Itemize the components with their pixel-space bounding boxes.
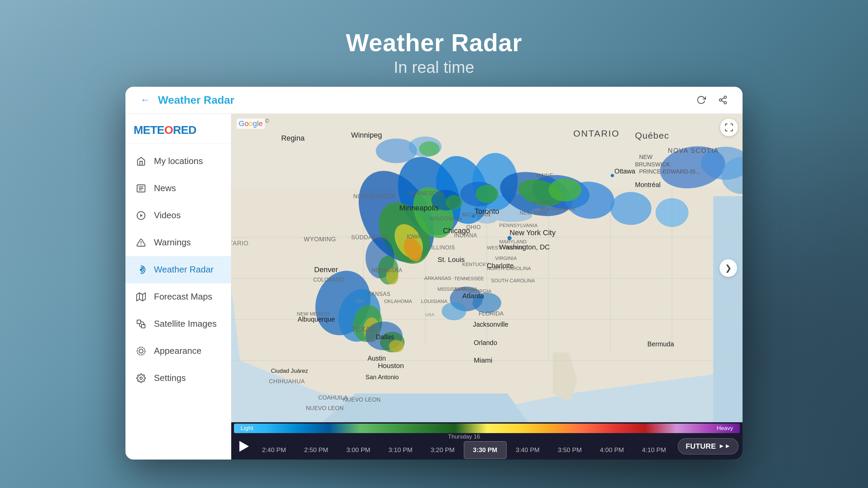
app-window: ← Weather Radar	[125, 87, 743, 460]
page-title: Weather Radar	[346, 29, 522, 57]
svg-text:FLORIDA: FLORIDA	[479, 310, 504, 317]
svg-text:MISSISSIPPI: MISSISSIPPI	[437, 286, 467, 291]
sidebar-item-my-locations[interactable]: My locations	[125, 148, 231, 175]
svg-text:NUEVO LEON: NUEVO LEON	[343, 396, 380, 403]
svg-text:MINNESOTA: MINNESOTA	[409, 190, 444, 197]
nav-list: My locations News	[125, 144, 231, 396]
map-area[interactable]: ONTARIO Québec NOVA SCOTIA NEW BRUNSWICK…	[231, 114, 743, 422]
future-label: FUTURE	[686, 442, 716, 451]
svg-text:Austin: Austin	[368, 354, 386, 362]
page-header: Weather Radar In real time	[346, 29, 522, 77]
time-slot[interactable]: 4:00 PM	[591, 441, 633, 459]
svg-point-55	[549, 178, 581, 201]
topbar-actions	[694, 93, 730, 107]
svg-text:ILLINOIS: ILLINOIS	[431, 245, 455, 250]
svg-text:NORDDAKOTA: NORDDAKOTA	[353, 193, 396, 199]
time-slot[interactable]: 3:50 PM	[549, 441, 591, 459]
svg-text:WISCONSIN: WISCONSIN	[429, 216, 462, 222]
svg-text:Ottawa: Ottawa	[614, 167, 635, 175]
svg-text:KANSAS: KANSAS	[368, 291, 391, 297]
play-icon	[239, 441, 249, 452]
svg-text:TEXAS: TEXAS	[351, 325, 376, 333]
future-button[interactable]: FUTURE ►►	[678, 438, 738, 454]
svg-text:SOUTH CAROLINA: SOUTH CAROLINA	[491, 278, 535, 283]
svg-text:USA: USA	[425, 312, 435, 317]
svg-line-4	[722, 98, 724, 100]
back-button[interactable]: ←	[138, 93, 153, 107]
share-button[interactable]	[715, 93, 730, 107]
time-slot[interactable]: 3:30 PM	[464, 441, 507, 459]
time-slot[interactable]: 2:40 PM	[253, 441, 295, 459]
sidebar-item-satellite-images[interactable]: Satellite Images	[125, 310, 231, 338]
svg-text:Atlanta: Atlanta	[462, 291, 484, 299]
sidebar-item-settings[interactable]: Settings	[125, 365, 231, 392]
settings-icon	[135, 372, 147, 384]
scale-heavy-label: Heavy	[717, 425, 733, 432]
svg-text:Bermuda: Bermuda	[647, 340, 674, 347]
play-button[interactable]	[235, 438, 253, 455]
time-slot[interactable]: 3:20 PM	[421, 441, 463, 459]
time-slot[interactable]: 4:10 PM	[633, 441, 675, 459]
home-icon	[135, 155, 147, 167]
svg-text:BRUNSWICK: BRUNSWICK	[635, 161, 670, 168]
time-slot[interactable]: 2:50 PM	[295, 441, 337, 459]
time-slot[interactable]: 3:00 PM	[337, 441, 379, 459]
map-expand-button[interactable]	[720, 119, 738, 136]
svg-point-22	[140, 377, 142, 379]
svg-text:Montréal: Montréal	[635, 181, 661, 188]
svg-text:Dallas: Dallas	[376, 333, 394, 340]
svg-point-20	[139, 349, 143, 353]
logo-area: METEORED	[125, 114, 231, 144]
sidebar-item-warnings[interactable]: Warnings	[125, 229, 231, 256]
svg-point-127	[472, 215, 475, 218]
svg-rect-19	[141, 324, 145, 328]
svg-text:COLORADO: COLORADO	[313, 277, 344, 283]
svg-text:Charlotte: Charlotte	[487, 262, 514, 269]
svg-text:Houston: Houston	[378, 361, 404, 369]
sidebar-item-appearance[interactable]: Appearance	[125, 338, 231, 365]
svg-text:New York City: New York City	[510, 228, 556, 237]
svg-text:Ciudad Juárez: Ciudad Juárez	[271, 368, 308, 374]
time-slot[interactable]: 3:40 PM	[507, 441, 549, 459]
svg-text:Québec: Québec	[635, 130, 669, 140]
svg-text:Denver: Denver	[314, 265, 338, 274]
svg-text:NEW HAMPSHIRE: NEW HAMPSHIRE	[540, 207, 576, 211]
refresh-button[interactable]	[694, 93, 709, 107]
sidebar-label-forecast-maps: Forecast Maps	[154, 291, 212, 302]
svg-text:ARKANSAS: ARKANSAS	[425, 276, 452, 281]
map-next-button[interactable]: ❯	[719, 259, 737, 277]
svg-point-72	[475, 185, 498, 203]
svg-text:Miami: Miami	[474, 356, 492, 364]
svg-text:Jacksonville: Jacksonville	[473, 321, 509, 328]
svg-text:Orlando: Orlando	[474, 339, 497, 346]
svg-point-21	[137, 347, 145, 355]
scale-light-label: Light	[241, 425, 253, 432]
sidebar-label-videos: Videos	[154, 210, 181, 221]
radar-scale: Light Heavy	[234, 424, 740, 433]
svg-text:St. Louis: St. Louis	[437, 255, 465, 263]
logo: METEORED	[134, 123, 223, 137]
svg-text:VERMONT: VERMONT	[532, 200, 555, 205]
time-slot[interactable]: 3:10 PM	[379, 441, 421, 459]
svg-text:OKLAHOMA: OKLAHOMA	[384, 299, 412, 304]
svg-point-70	[446, 195, 462, 210]
svg-point-78	[389, 340, 404, 352]
sidebar-item-forecast-maps[interactable]: Forecast Maps	[125, 283, 231, 310]
future-icon: ►►	[718, 443, 731, 450]
top-bar: ← Weather Radar	[125, 87, 743, 114]
svg-text:VIRGINIA: VIRGINIA	[495, 255, 517, 261]
svg-text:CHIHUAHUA: CHIHUAHUA	[269, 378, 305, 384]
svg-text:Minneapolis: Minneapolis	[399, 204, 439, 212]
sidebar-item-videos[interactable]: Videos	[125, 202, 231, 229]
svg-text:ONTARIO: ONTARIO	[231, 240, 249, 247]
satellite-icon	[135, 318, 147, 330]
sidebar-item-news[interactable]: News	[125, 175, 231, 202]
svg-text:ONTARIO: ONTARIO	[573, 128, 620, 138]
sidebar-label-satellite-images: Satellite Images	[154, 319, 217, 329]
svg-text:Chicago: Chicago	[443, 226, 470, 235]
svg-point-62	[442, 302, 467, 320]
sidebar-item-weather-radar[interactable]: Weather Radar	[125, 256, 231, 283]
svg-line-3	[722, 101, 724, 102]
svg-point-52	[610, 192, 651, 225]
sidebar: METEORED My locations	[125, 114, 231, 460]
